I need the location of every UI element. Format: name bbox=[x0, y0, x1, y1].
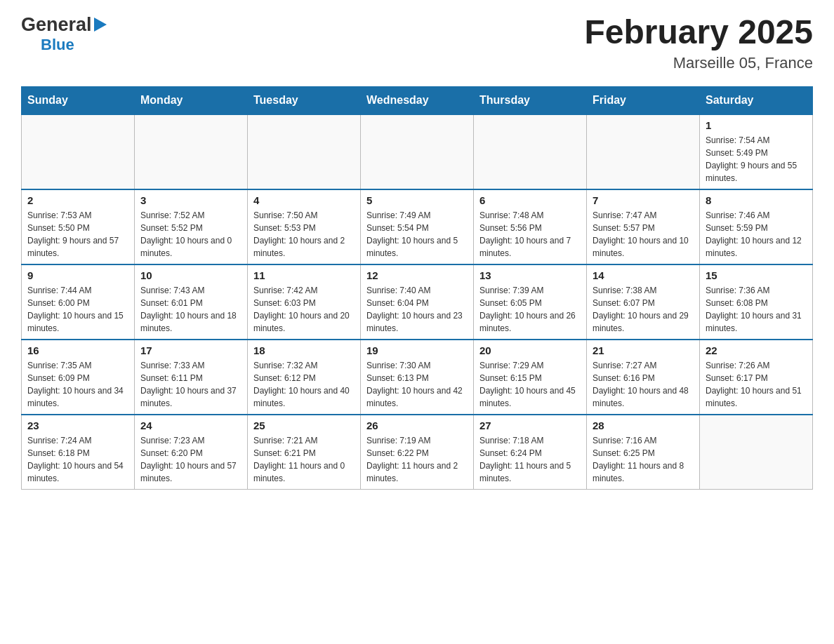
calendar-week-row: 23Sunrise: 7:24 AMSunset: 6:18 PMDayligh… bbox=[22, 415, 813, 490]
calendar-day-cell: 8Sunrise: 7:46 AMSunset: 5:59 PMDaylight… bbox=[700, 189, 813, 264]
day-info: Sunrise: 7:23 AMSunset: 6:20 PMDaylight:… bbox=[140, 434, 241, 485]
calendar-day-header: Thursday bbox=[474, 86, 587, 114]
calendar-day-cell: 6Sunrise: 7:48 AMSunset: 5:56 PMDaylight… bbox=[474, 189, 587, 264]
calendar-day-header: Sunday bbox=[22, 86, 135, 114]
day-info: Sunrise: 7:36 AMSunset: 6:08 PMDaylight:… bbox=[706, 284, 807, 335]
day-info: Sunrise: 7:33 AMSunset: 6:11 PMDaylight:… bbox=[140, 359, 241, 410]
day-info: Sunrise: 7:46 AMSunset: 5:59 PMDaylight:… bbox=[706, 209, 807, 260]
calendar-day-cell bbox=[361, 114, 474, 189]
day-number: 20 bbox=[479, 344, 581, 356]
calendar-day-cell: 18Sunrise: 7:32 AMSunset: 6:12 PMDayligh… bbox=[248, 340, 361, 415]
calendar-day-cell: 27Sunrise: 7:18 AMSunset: 6:24 PMDayligh… bbox=[474, 415, 587, 490]
day-info: Sunrise: 7:24 AMSunset: 6:18 PMDaylight:… bbox=[27, 434, 128, 485]
day-number: 21 bbox=[593, 344, 694, 356]
logo-general-text: General bbox=[21, 14, 92, 36]
calendar-week-row: 9Sunrise: 7:44 AMSunset: 6:00 PMDaylight… bbox=[22, 264, 813, 340]
calendar-day-cell: 3Sunrise: 7:52 AMSunset: 5:52 PMDaylight… bbox=[135, 189, 248, 264]
day-number: 11 bbox=[253, 269, 355, 281]
day-number: 23 bbox=[27, 420, 128, 431]
day-info: Sunrise: 7:21 AMSunset: 6:21 PMDaylight:… bbox=[253, 434, 355, 485]
calendar-day-cell: 15Sunrise: 7:36 AMSunset: 6:08 PMDayligh… bbox=[700, 264, 813, 340]
calendar-day-cell bbox=[474, 114, 587, 189]
calendar-day-cell: 14Sunrise: 7:38 AMSunset: 6:07 PMDayligh… bbox=[587, 264, 700, 340]
calendar-day-cell: 17Sunrise: 7:33 AMSunset: 6:11 PMDayligh… bbox=[135, 340, 248, 415]
day-info: Sunrise: 7:52 AMSunset: 5:52 PMDaylight:… bbox=[140, 209, 241, 260]
day-number: 10 bbox=[140, 269, 241, 281]
day-info: Sunrise: 7:35 AMSunset: 6:09 PMDaylight:… bbox=[27, 359, 128, 410]
day-info: Sunrise: 7:40 AMSunset: 6:04 PMDaylight:… bbox=[366, 284, 468, 335]
day-number: 25 bbox=[253, 420, 355, 431]
day-info: Sunrise: 7:18 AMSunset: 6:24 PMDaylight:… bbox=[479, 434, 581, 485]
title-section: February 2025 Marseille 05, France bbox=[584, 14, 813, 72]
day-info: Sunrise: 7:50 AMSunset: 5:53 PMDaylight:… bbox=[253, 209, 355, 260]
calendar-day-cell: 12Sunrise: 7:40 AMSunset: 6:04 PMDayligh… bbox=[361, 264, 474, 340]
day-number: 6 bbox=[479, 194, 581, 206]
day-number: 12 bbox=[366, 269, 468, 281]
calendar-header-row: SundayMondayTuesdayWednesdayThursdayFrid… bbox=[22, 86, 813, 114]
logo-blue-text: Blue bbox=[41, 36, 74, 53]
calendar-day-cell: 21Sunrise: 7:27 AMSunset: 6:16 PMDayligh… bbox=[587, 340, 700, 415]
calendar-week-row: 16Sunrise: 7:35 AMSunset: 6:09 PMDayligh… bbox=[22, 340, 813, 415]
calendar-day-cell: 13Sunrise: 7:39 AMSunset: 6:05 PMDayligh… bbox=[474, 264, 587, 340]
day-info: Sunrise: 7:16 AMSunset: 6:25 PMDaylight:… bbox=[593, 434, 694, 485]
day-info: Sunrise: 7:26 AMSunset: 6:17 PMDaylight:… bbox=[706, 359, 807, 410]
day-info: Sunrise: 7:48 AMSunset: 5:56 PMDaylight:… bbox=[479, 209, 581, 260]
month-title: February 2025 bbox=[584, 14, 813, 51]
calendar-day-cell: 10Sunrise: 7:43 AMSunset: 6:01 PMDayligh… bbox=[135, 264, 248, 340]
calendar-day-cell: 19Sunrise: 7:30 AMSunset: 6:13 PMDayligh… bbox=[361, 340, 474, 415]
day-number: 19 bbox=[366, 344, 468, 356]
day-number: 8 bbox=[706, 194, 807, 206]
calendar-table: SundayMondayTuesdayWednesdayThursdayFrid… bbox=[21, 86, 813, 490]
calendar-day-header: Monday bbox=[135, 86, 248, 114]
day-number: 5 bbox=[366, 194, 468, 206]
day-number: 7 bbox=[593, 194, 694, 206]
day-number: 9 bbox=[27, 269, 128, 281]
day-number: 1 bbox=[706, 119, 807, 131]
logo: General Blue bbox=[21, 14, 107, 54]
day-info: Sunrise: 7:47 AMSunset: 5:57 PMDaylight:… bbox=[593, 209, 694, 260]
calendar-day-cell: 9Sunrise: 7:44 AMSunset: 6:00 PMDaylight… bbox=[22, 264, 135, 340]
calendar-day-cell: 20Sunrise: 7:29 AMSunset: 6:15 PMDayligh… bbox=[474, 340, 587, 415]
calendar-day-cell: 7Sunrise: 7:47 AMSunset: 5:57 PMDaylight… bbox=[587, 189, 700, 264]
calendar-day-cell: 2Sunrise: 7:53 AMSunset: 5:50 PMDaylight… bbox=[22, 189, 135, 264]
calendar-day-cell: 16Sunrise: 7:35 AMSunset: 6:09 PMDayligh… bbox=[22, 340, 135, 415]
calendar-day-cell: 23Sunrise: 7:24 AMSunset: 6:18 PMDayligh… bbox=[22, 415, 135, 490]
day-number: 4 bbox=[253, 194, 355, 206]
day-info: Sunrise: 7:53 AMSunset: 5:50 PMDaylight:… bbox=[27, 209, 128, 260]
day-number: 26 bbox=[366, 420, 468, 431]
calendar-day-cell bbox=[135, 114, 248, 189]
location: Marseille 05, France bbox=[584, 54, 813, 72]
day-info: Sunrise: 7:39 AMSunset: 6:05 PMDaylight:… bbox=[479, 284, 581, 335]
day-info: Sunrise: 7:27 AMSunset: 6:16 PMDaylight:… bbox=[593, 359, 694, 410]
calendar-week-row: 1Sunrise: 7:54 AMSunset: 5:49 PMDaylight… bbox=[22, 114, 813, 189]
day-info: Sunrise: 7:38 AMSunset: 6:07 PMDaylight:… bbox=[593, 284, 694, 335]
calendar-day-cell bbox=[248, 114, 361, 189]
day-number: 2 bbox=[27, 194, 128, 206]
day-info: Sunrise: 7:42 AMSunset: 6:03 PMDaylight:… bbox=[253, 284, 355, 335]
calendar-day-header: Saturday bbox=[700, 86, 813, 114]
day-info: Sunrise: 7:43 AMSunset: 6:01 PMDaylight:… bbox=[140, 284, 241, 335]
calendar-day-cell: 24Sunrise: 7:23 AMSunset: 6:20 PMDayligh… bbox=[135, 415, 248, 490]
day-info: Sunrise: 7:44 AMSunset: 6:00 PMDaylight:… bbox=[27, 284, 128, 335]
day-number: 13 bbox=[479, 269, 581, 281]
day-info: Sunrise: 7:49 AMSunset: 5:54 PMDaylight:… bbox=[366, 209, 468, 260]
svg-marker-0 bbox=[94, 18, 107, 32]
calendar-day-cell: 28Sunrise: 7:16 AMSunset: 6:25 PMDayligh… bbox=[587, 415, 700, 490]
day-number: 16 bbox=[27, 344, 128, 356]
day-info: Sunrise: 7:30 AMSunset: 6:13 PMDaylight:… bbox=[366, 359, 468, 410]
day-number: 15 bbox=[706, 269, 807, 281]
day-info: Sunrise: 7:19 AMSunset: 6:22 PMDaylight:… bbox=[366, 434, 468, 485]
calendar-day-cell: 5Sunrise: 7:49 AMSunset: 5:54 PMDaylight… bbox=[361, 189, 474, 264]
day-number: 3 bbox=[140, 194, 241, 206]
day-number: 27 bbox=[479, 420, 581, 431]
page-header: General Blue February 2025 Marseille 05,… bbox=[21, 14, 813, 72]
calendar-day-cell bbox=[587, 114, 700, 189]
calendar-day-cell: 26Sunrise: 7:19 AMSunset: 6:22 PMDayligh… bbox=[361, 415, 474, 490]
logo-arrow-icon bbox=[94, 18, 107, 34]
day-info: Sunrise: 7:54 AMSunset: 5:49 PMDaylight:… bbox=[706, 134, 807, 185]
day-number: 22 bbox=[706, 344, 807, 356]
calendar-week-row: 2Sunrise: 7:53 AMSunset: 5:50 PMDaylight… bbox=[22, 189, 813, 264]
day-number: 28 bbox=[593, 420, 694, 431]
calendar-day-cell: 11Sunrise: 7:42 AMSunset: 6:03 PMDayligh… bbox=[248, 264, 361, 340]
calendar-day-cell: 4Sunrise: 7:50 AMSunset: 5:53 PMDaylight… bbox=[248, 189, 361, 264]
